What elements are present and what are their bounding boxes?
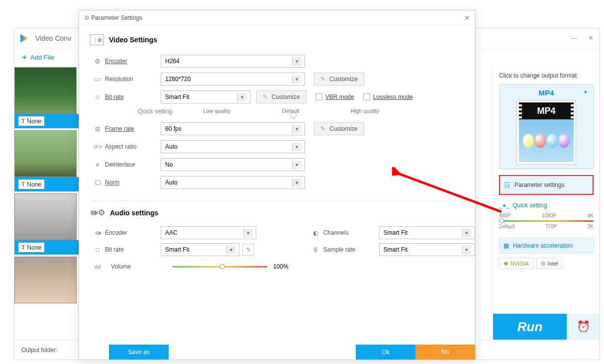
list-item[interactable]: TNone (14, 130, 79, 191)
intel-button[interactable]: ◎Intel (536, 258, 563, 269)
text-icon: T (21, 117, 25, 125)
frame-icon: ▭ (90, 76, 105, 83)
aspect-select[interactable]: Auto (161, 140, 305, 153)
text-icon: T (21, 244, 25, 251)
dots-icon: ∷ (90, 93, 105, 101)
chevron-down-icon: ▼ (583, 90, 588, 95)
bitrate-customize-button[interactable]: ✎Customize (256, 91, 306, 103)
video-encoder-select[interactable]: H264 (161, 55, 305, 68)
volume-value: 100% (273, 263, 289, 270)
app-title: Video Conv (35, 34, 71, 42)
speaker-icon: 🕪 (90, 229, 105, 237)
parameter-settings-dialog: ⚙ Parameter Settings ✕ ⋮⚙ Video Settings… (79, 10, 476, 360)
sample-rate-label: Sample rate (323, 246, 379, 253)
format-hint: Click to change output format: (499, 72, 594, 79)
output-folder-label: Output folder: (21, 347, 58, 354)
video-thumbnail (14, 67, 77, 114)
volume-slider[interactable] (173, 266, 267, 268)
aspect-icon: 16:9 (90, 144, 105, 149)
schedule-button[interactable]: ⏰ (567, 314, 600, 340)
sliders-icon: ⎯●⎯ (499, 202, 509, 209)
bitrate-label: Bit rate (105, 93, 161, 100)
output-format-card[interactable]: MP4 ▼ MP4 (499, 84, 594, 169)
speaker-gear-icon: 🕪⚙ (90, 208, 105, 217)
norm-label: Norm (105, 179, 161, 186)
norm-select[interactable]: Auto (161, 176, 305, 189)
channels-icon: ◐ (308, 229, 323, 237)
list-item[interactable]: TNone (14, 67, 79, 128)
video-bitrate-select[interactable]: Smart Fit (161, 91, 250, 103)
dialog-close-button[interactable]: ✕ (464, 14, 470, 22)
video-thumbnail (14, 193, 77, 240)
pencil-icon: ✎ (320, 125, 325, 132)
quick-setting-label: Quick setting (138, 108, 172, 115)
video-settings-header: ⋮⚙ Video Settings (90, 34, 461, 45)
vbr-mode-checkbox[interactable]: VBR mode (315, 93, 354, 100)
bars-icon: ılıl (90, 263, 105, 271)
sliders-icon: ⚙ (84, 14, 90, 21)
resolution-slider[interactable]: 480P1080P4K Default720P2K (499, 213, 594, 232)
no-button[interactable]: No (415, 345, 475, 360)
list-item[interactable]: TNone (14, 193, 79, 255)
close-button[interactable]: ✕ (588, 34, 594, 42)
video-list: TNone TNone TNone (14, 67, 79, 340)
add-file-label: Add File (30, 54, 54, 61)
save-as-button[interactable]: Save as (109, 345, 169, 360)
ok-button[interactable]: Ok (356, 345, 415, 360)
pencil-icon: ✎ (263, 93, 268, 100)
plus-icon: ＋ (20, 52, 28, 63)
sample-rate-select[interactable]: Smart Fit (379, 243, 475, 256)
deinterlace-select[interactable]: No (161, 158, 305, 171)
video-thumbnail (14, 257, 77, 303)
film-icon: ⊞ (90, 125, 105, 133)
framerate-customize-button[interactable]: ✎Customize (314, 122, 364, 135)
parameter-settings-button[interactable]: ☷ Parameter settings (499, 175, 594, 195)
resolution-select[interactable]: 1280*720 (161, 73, 305, 86)
slider-thumb[interactable] (220, 264, 225, 269)
minimize-button[interactable]: — (571, 34, 577, 42)
pencil-icon: ✎ (320, 76, 325, 83)
framerate-select[interactable]: 60 fps (161, 122, 305, 135)
dialog-footer: Save as Ok No (79, 345, 475, 360)
mic-icon: 🎙 (308, 246, 323, 254)
quick-setting-header: ⎯●⎯ Quick setting (499, 202, 594, 209)
audio-bitrate-select[interactable]: Smart Fit (161, 243, 239, 256)
monitor-icon: 🖵 (90, 179, 105, 186)
hardware-acceleration-button[interactable]: ▦ Hardware acceleration (499, 238, 594, 254)
framerate-label: Frame rate (105, 125, 161, 132)
run-button[interactable]: Run (493, 314, 567, 340)
chip-icon: ▦ (503, 242, 509, 249)
nvidia-icon: ◉ (503, 260, 508, 267)
gear-icon: ⚙ (90, 58, 105, 65)
resolution-label: Resolution (105, 76, 161, 83)
audio-encoder-label: Encoder (105, 229, 161, 236)
hw-label: Hardware acceleration (513, 242, 573, 249)
encoder-label: Encoder (105, 58, 161, 65)
channels-select[interactable]: Smart Fit (379, 226, 475, 239)
audio-bitrate-edit-button[interactable]: ✎ (242, 244, 254, 256)
right-panel: Click to change output format: MP4 ▼ MP4… (493, 67, 600, 340)
resolution-customize-button[interactable]: ✎Customize (314, 73, 364, 86)
dots-icon: ∷ (90, 246, 105, 254)
channels-label: Channels (323, 229, 379, 236)
add-file-button[interactable]: ＋ Add File (20, 52, 54, 63)
aspect-label: Aspect ratio (105, 143, 161, 150)
quick-setting-label: Quick setting (512, 202, 547, 209)
sliders-icon: ☷ (504, 181, 510, 189)
nvidia-button[interactable]: ◉NVIDIA (499, 258, 533, 269)
list-item[interactable] (14, 257, 79, 303)
dialog-title: Parameter Settings (91, 14, 142, 21)
app-logo-icon (20, 33, 31, 44)
audio-bitrate-label: Bit rate (105, 246, 161, 253)
caption-label: None (27, 118, 41, 125)
audio-encoder-select[interactable]: AAC (161, 226, 256, 239)
intel-icon: ◎ (541, 260, 546, 267)
lossless-mode-checkbox[interactable]: Lossless mode (363, 93, 413, 100)
slider-thumb[interactable] (291, 112, 297, 118)
lines-icon: ≡ (90, 161, 105, 169)
volume-label: Volume (111, 263, 167, 270)
slider-thumb[interactable] (499, 218, 504, 223)
format-strip-label: MP4 (519, 102, 574, 119)
quality-quick-setting: Quick setting Low quality Default High q… (117, 108, 461, 115)
caption-label: None (27, 244, 41, 251)
